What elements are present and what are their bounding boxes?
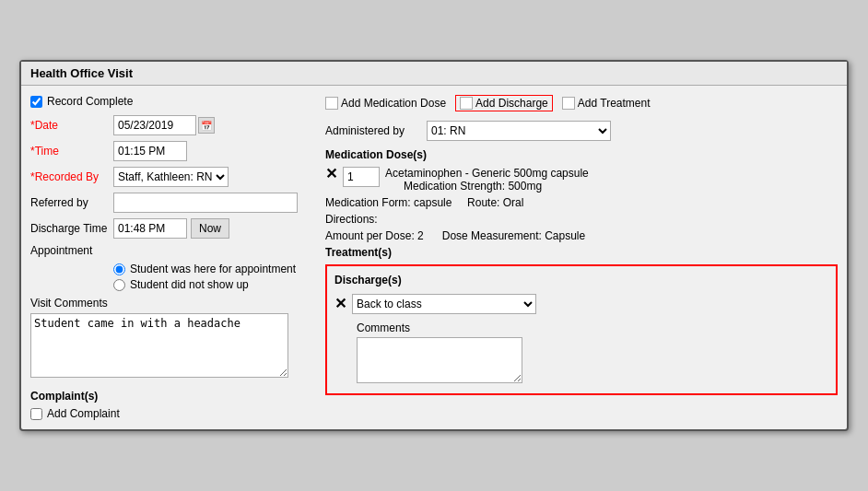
medication-dose-item: ✕ Acetaminophen - Generic 500mg capsule …: [325, 167, 838, 193]
discharge-comments-label: Comments: [334, 321, 828, 334]
add-discharge-label[interactable]: Add Discharge: [475, 97, 548, 110]
medication-form: Medication Form: capsule: [325, 196, 452, 209]
appointment-radio-2: Student did not show up: [30, 278, 307, 291]
remove-medication-btn[interactable]: ✕: [325, 167, 337, 181]
discharge-time-input[interactable]: [113, 218, 187, 239]
add-complaint-checkbox[interactable]: [30, 408, 42, 420]
add-complaint-label[interactable]: Add Complaint: [47, 407, 120, 420]
referred-by-input[interactable]: [113, 193, 298, 213]
medication-doses-section: Medication Dose(s) ✕ Acetaminophen - Gen…: [325, 148, 838, 242]
right-column: Add Medication Dose Add Discharge Add Tr…: [325, 95, 838, 420]
medication-route: Route: Oral: [467, 196, 523, 209]
calendar-icon[interactable]: 📅: [198, 117, 215, 134]
recorded-by-select[interactable]: Staff, Kathleen: RN: [113, 167, 229, 187]
date-input[interactable]: [113, 115, 196, 135]
recorded-by-row: *Recorded By Staff, Kathleen: RN: [30, 167, 307, 187]
appointment-section: Appointment Student was here for appoint…: [30, 244, 307, 291]
time-row: *Time: [30, 141, 307, 161]
treatments-title: Treatment(s): [325, 246, 838, 259]
medication-strength: Medication Strength: 500mg: [385, 180, 589, 193]
add-treatment-action: Add Treatment: [562, 97, 651, 110]
remove-discharge-btn[interactable]: ✕: [334, 297, 346, 311]
add-discharge-checkbox[interactable]: [460, 97, 473, 110]
date-label: *Date: [30, 119, 113, 132]
administered-by-select[interactable]: 01: RN 02: LPN 03: Other: [427, 121, 611, 141]
visit-comments-section: Visit Comments Student came in with a he…: [30, 297, 307, 380]
health-office-visit-window: Health Office Visit Record Complete *Dat…: [19, 60, 849, 431]
add-medication-dose-label[interactable]: Add Medication Dose: [341, 97, 446, 110]
discharge-time-label: Discharge Time: [30, 222, 113, 235]
complaints-label: Complaint(s): [30, 390, 307, 403]
discharge-item-row: ✕ Back to class Sent home Returned to cl…: [334, 294, 828, 314]
add-medication-dose-checkbox[interactable]: [325, 97, 338, 110]
medication-directions: Directions:: [325, 213, 838, 226]
top-actions: Add Medication Dose Add Discharge Add Tr…: [325, 95, 838, 111]
medication-name: Acetaminophen - Generic 500mg capsule: [385, 167, 589, 180]
appointment-radio-1: Student was here for appointment: [30, 263, 307, 275]
appointment-label: Appointment: [30, 244, 113, 257]
add-treatment-checkbox[interactable]: [562, 97, 575, 110]
window-title: Health Office Visit: [21, 62, 847, 86]
add-complaint-row: Add Complaint: [30, 407, 307, 420]
discharge-title: Discharge(s): [334, 274, 828, 286]
complaints-section: Complaint(s) Add Complaint: [30, 390, 307, 420]
discharge-box: Discharge(s) ✕ Back to class Sent home R…: [325, 264, 838, 395]
now-button[interactable]: Now: [191, 218, 229, 239]
medication-info: Acetaminophen - Generic 500mg capsule Me…: [385, 167, 589, 193]
referred-by-row: Referred by: [30, 193, 307, 213]
visit-comments-label: Visit Comments: [30, 297, 307, 310]
medication-form-route: Medication Form: capsule Route: Oral: [325, 196, 838, 209]
add-treatment-label[interactable]: Add Treatment: [578, 97, 651, 110]
administered-by-row: Administered by 01: RN 02: LPN 03: Other: [325, 121, 838, 141]
appointment-radio-here[interactable]: [113, 263, 125, 275]
appointment-here-label: Student was here for appointment: [130, 263, 296, 275]
record-complete-checkbox[interactable]: [30, 96, 42, 108]
treatments-section: Treatment(s): [325, 246, 838, 259]
amount-per-dose: Amount per Dose: 2: [325, 229, 424, 242]
visit-comments-textarea[interactable]: Student came in with a headache: [30, 313, 288, 378]
dose-measurement: Dose Measurement: Capsule: [442, 229, 585, 242]
referred-by-label: Referred by: [30, 196, 113, 209]
discharge-select[interactable]: Back to class Sent home Returned to clas…: [352, 294, 536, 314]
medication-amount-measurement: Amount per Dose: 2 Dose Measurement: Cap…: [325, 229, 838, 242]
time-input[interactable]: [113, 141, 187, 161]
appointment-radio-noshow[interactable]: [113, 279, 125, 291]
time-label: *Time: [30, 145, 113, 158]
discharge-comments-textarea[interactable]: [357, 337, 522, 383]
medication-doses-title: Medication Dose(s): [325, 148, 838, 161]
record-complete-label: Record Complete: [47, 95, 133, 108]
directions-label: Directions:: [325, 213, 378, 226]
recorded-by-label: *Recorded By: [30, 170, 113, 183]
appointment-noshow-label: Student did not show up: [130, 278, 249, 291]
add-medication-dose-action: Add Medication Dose: [325, 97, 446, 110]
discharge-time-row: Discharge Time Now: [30, 218, 307, 239]
appointment-label-row: Appointment: [30, 244, 307, 257]
administered-by-label: Administered by: [325, 124, 427, 137]
record-complete-row: Record Complete: [30, 95, 307, 108]
add-discharge-action: Add Discharge: [455, 95, 553, 111]
dose-qty-input[interactable]: [343, 167, 380, 187]
date-row: *Date 📅: [30, 115, 307, 135]
left-column: Record Complete *Date 📅 *Time *Recorded …: [30, 95, 307, 420]
